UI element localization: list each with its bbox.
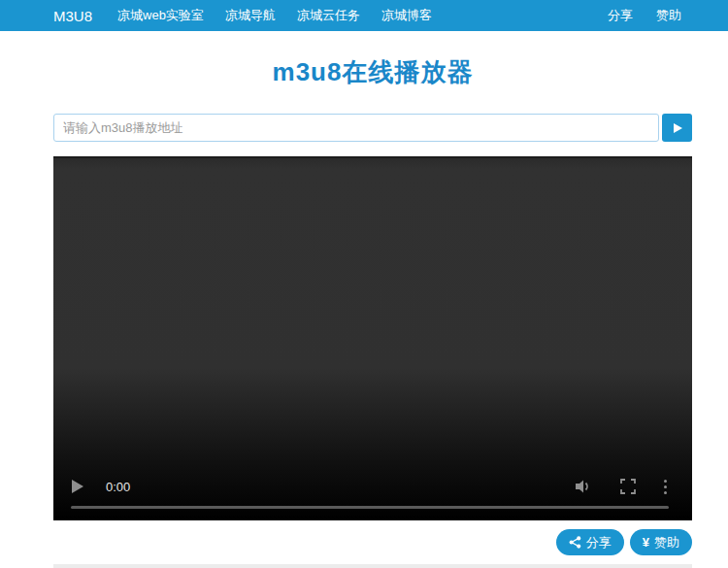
nav-item-cloud-tasks[interactable]: 凉城云任务 [297, 7, 360, 24]
nav-item-blog[interactable]: 凉城博客 [381, 7, 432, 24]
seek-bar[interactable] [71, 506, 669, 509]
fullscreen-icon[interactable] [620, 479, 636, 494]
share-icon [569, 536, 581, 549]
sponsor-button-label: 赞助 [654, 534, 679, 551]
page-title: m3u8在线播放器 [53, 55, 692, 89]
overflow-menu-icon[interactable] [664, 478, 667, 495]
volume-icon[interactable] [575, 479, 592, 494]
current-time: 0:00 [106, 480, 130, 494]
nav-item-sponsor[interactable]: 赞助 [656, 7, 681, 24]
nav-links: 凉城web实验室 凉城导航 凉城云任务 凉城博客 [117, 7, 453, 24]
player-right-controls [546, 478, 667, 495]
action-buttons: 分享 ¥ 赞助 [53, 529, 692, 555]
nav-item-share[interactable]: 分享 [608, 7, 633, 24]
play-button-icon[interactable] [71, 479, 84, 494]
main-container: m3u8在线播放器 0:00 [53, 55, 692, 555]
m3u8-url-input[interactable] [53, 114, 659, 142]
top-navbar: M3U8 凉城web实验室 凉城导航 凉城云任务 凉城博客 分享 赞助 [0, 0, 728, 31]
nav-item-navigation[interactable]: 凉城导航 [225, 7, 276, 24]
yen-icon: ¥ [643, 535, 649, 550]
page-footer [53, 564, 692, 568]
url-input-row [53, 114, 692, 142]
share-button-label: 分享 [586, 534, 612, 551]
nav-item-web-lab[interactable]: 凉城web实验室 [117, 7, 204, 24]
player-controls: 0:00 [71, 478, 667, 495]
play-arrow-icon [672, 122, 683, 134]
video-player[interactable]: 0:00 [53, 156, 692, 520]
sponsor-button[interactable]: ¥ 赞助 [630, 529, 692, 555]
share-button[interactable]: 分享 [556, 529, 624, 555]
brand-logo[interactable]: M3U8 [53, 8, 92, 24]
load-url-button[interactable] [662, 114, 692, 142]
